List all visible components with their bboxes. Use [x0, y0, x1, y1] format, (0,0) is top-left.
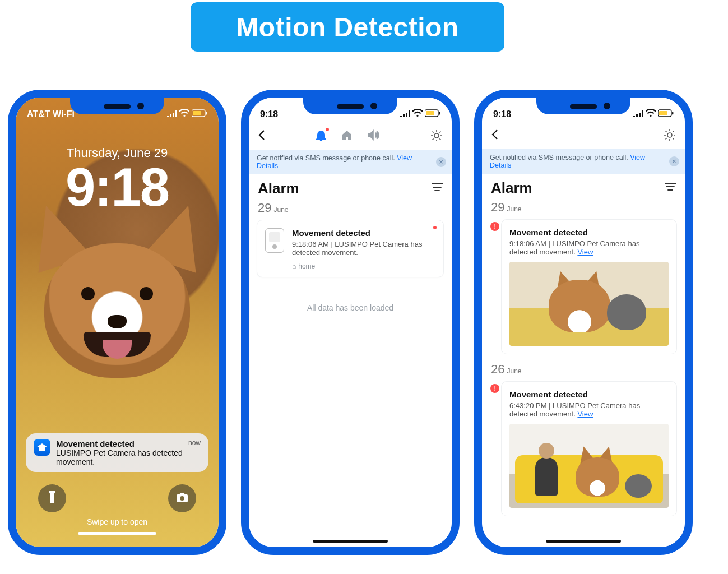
- camera-button[interactable]: [168, 484, 196, 512]
- back-button[interactable]: [491, 129, 499, 144]
- status-time: 9:18: [260, 109, 278, 119]
- page-title: Alarm: [491, 179, 532, 197]
- signal-icon: [633, 109, 643, 119]
- sms-banner-text: Get notified via SMS message or phone ca…: [257, 154, 395, 162]
- event-thumbnail[interactable]: [509, 424, 669, 508]
- alarm-card[interactable]: ! Movement detected 9:18:06 AM | LUSIMPO…: [501, 219, 677, 354]
- phone-notch: [303, 96, 397, 114]
- settings-icon[interactable]: [664, 129, 676, 144]
- phone-alarm-list: 9:18: [241, 90, 460, 555]
- status-icons: [167, 109, 207, 119]
- settings-icon[interactable]: [430, 129, 443, 144]
- wifi-icon: [412, 109, 423, 119]
- svg-rect-5: [439, 112, 440, 115]
- notification-title: Movement detected: [56, 439, 201, 448]
- battery-icon: [192, 109, 207, 119]
- lockscreen-notification[interactable]: Movement detected LUSIMPO Pet Camera has…: [26, 433, 208, 472]
- date-heading-26: 26June: [482, 362, 685, 381]
- filter-icon[interactable]: [432, 183, 443, 195]
- card-body: 9:18:06 AM | LUSIMPO Pet Camera has dete…: [509, 239, 669, 256]
- card-title: Movement detected: [292, 228, 435, 238]
- close-icon[interactable]: ×: [669, 156, 679, 166]
- unread-badge: [433, 226, 437, 229]
- lockscreen: AT&T Wi-Fi Thursday, June 29 9:18: [16, 98, 219, 547]
- card-home: home: [292, 262, 435, 270]
- date-heading-29: 29June: [482, 200, 685, 219]
- loaded-message: All data has been loaded: [249, 303, 452, 312]
- svg-rect-7: [659, 111, 667, 115]
- svg-rect-4: [426, 111, 434, 115]
- view-link[interactable]: View: [577, 248, 593, 256]
- flashlight-button[interactable]: [38, 484, 66, 512]
- sms-banner: Get notified via SMS message or phone ca…: [249, 150, 452, 174]
- camera-icon: [176, 492, 188, 504]
- status-icons: [400, 109, 440, 119]
- page-title: Alarm: [258, 180, 299, 197]
- close-icon[interactable]: ×: [436, 157, 446, 167]
- status-time: 9:18: [493, 109, 511, 119]
- flashlight-icon: [47, 491, 57, 506]
- card-title: Movement detected: [509, 228, 669, 237]
- notification-time: now: [188, 439, 201, 447]
- swipe-hint: Swipe up to open: [16, 517, 219, 535]
- svg-rect-2: [206, 112, 207, 115]
- view-link[interactable]: View: [577, 410, 593, 418]
- filter-icon[interactable]: [665, 182, 676, 194]
- card-title: Movement detected: [509, 390, 669, 399]
- alarm-app: 9:18 Get notified via SMS message or pho…: [482, 98, 685, 547]
- phone-notch: [536, 96, 630, 114]
- phone-notch: [70, 96, 164, 114]
- alert-badge: !: [490, 222, 499, 231]
- tab-home-icon[interactable]: [341, 129, 353, 144]
- tab-speaker-icon[interactable]: [367, 129, 381, 144]
- app-header: [249, 127, 452, 150]
- svg-rect-1: [193, 111, 201, 115]
- phone-lockscreen: AT&T Wi-Fi Thursday, June 29 9:18: [8, 90, 226, 555]
- app-icon: [34, 439, 50, 456]
- card-body: 6:43:20 PM | LUSIMPO Pet Camera has dete…: [509, 401, 669, 418]
- home-indicator[interactable]: [546, 540, 621, 543]
- sms-banner-text: Get notified via SMS message or phone ca…: [490, 154, 628, 161]
- signal-icon: [167, 109, 177, 119]
- tab-alarm-icon[interactable]: [316, 129, 327, 144]
- alarm-card[interactable]: ! Movement detected 6:43:20 PM | LUSIMPO…: [501, 381, 677, 516]
- sms-banner: Get notified via SMS message or phone ca…: [482, 149, 685, 174]
- phone-alarm-detail: 9:18 Get notified via SMS message or pho…: [474, 90, 693, 555]
- wifi-icon: [179, 109, 189, 119]
- alert-badge: !: [490, 384, 499, 393]
- feature-banner: Motion Detection: [191, 2, 504, 52]
- back-button[interactable]: [258, 129, 266, 144]
- date-heading-29: 29June: [249, 201, 452, 220]
- svg-rect-8: [672, 112, 673, 115]
- wallpaper-dog: [44, 243, 190, 411]
- card-body: 9:18:06 AM | LUSIMPO Pet Camera has dete…: [292, 240, 435, 257]
- battery-icon: [658, 109, 674, 119]
- device-icon: [265, 228, 284, 253]
- app-header: [482, 127, 685, 149]
- wifi-icon: [646, 109, 656, 119]
- carrier-label: AT&T Wi-Fi: [27, 109, 75, 119]
- alarm-app: 9:18: [249, 98, 452, 547]
- signal-icon: [400, 109, 410, 119]
- notification-body: LUSIMPO Pet Camera has detected movement…: [56, 448, 201, 466]
- event-thumbnail[interactable]: [509, 262, 669, 346]
- status-icons: [633, 109, 674, 119]
- home-indicator[interactable]: [313, 540, 388, 543]
- alarm-card[interactable]: Movement detected 9:18:06 AM | LUSIMPO P…: [257, 220, 444, 277]
- battery-icon: [425, 109, 440, 119]
